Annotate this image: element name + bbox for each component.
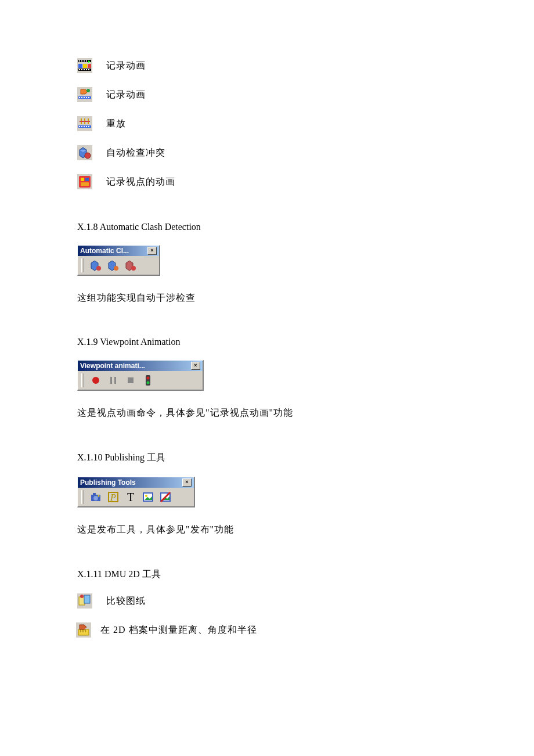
svg-rect-44 — [81, 182, 89, 186]
icon-label: 在 2D 档案中测量距离、角度和半径 — [100, 624, 257, 636]
svg-rect-5 — [86, 60, 87, 62]
svg-rect-15 — [88, 69, 89, 70]
svg-point-50 — [131, 266, 136, 271]
toolbar-automatic-clash: Automatic Cl... × — [77, 245, 160, 276]
svg-rect-29 — [84, 126, 85, 127]
replay-icon — [77, 116, 92, 131]
camera-button[interactable] — [89, 490, 103, 504]
icon-row: 记录动画 — [77, 58, 459, 73]
marker-p-button[interactable]: P — [106, 490, 120, 504]
measure-2d-icon — [76, 622, 91, 638]
svg-point-39 — [85, 153, 91, 159]
svg-point-57 — [147, 381, 150, 384]
toolbar-title-text: Publishing Tools — [80, 478, 136, 487]
toolbar-grip — [81, 490, 84, 504]
svg-rect-9 — [88, 64, 91, 68]
traffic-light-button[interactable] — [141, 373, 155, 387]
icon-label: 比较图纸 — [106, 595, 146, 607]
svg-point-48 — [114, 266, 118, 271]
svg-rect-30 — [86, 126, 87, 127]
svg-point-60 — [93, 496, 98, 501]
icon-row: 记录动画 — [77, 87, 459, 102]
toolbar-titlebar: Publishing Tools × — [78, 477, 194, 488]
auto-clash-icon — [77, 145, 92, 160]
icon-label: 重放 — [106, 118, 126, 130]
icon-row: 比较图纸 — [77, 593, 459, 609]
svg-rect-20 — [84, 97, 85, 98]
svg-rect-7 — [78, 64, 82, 68]
svg-rect-59 — [93, 493, 96, 495]
svg-rect-21 — [86, 97, 87, 98]
svg-rect-4 — [84, 60, 85, 62]
toolbar-title-text: Viewpoint animati... — [80, 362, 145, 370]
record-button[interactable] — [89, 373, 103, 387]
icon-label: 记录动画 — [106, 60, 146, 72]
clash-off-button[interactable] — [89, 258, 103, 272]
icon-label: 自动检查冲突 — [106, 147, 165, 159]
svg-rect-22 — [88, 97, 89, 98]
svg-rect-19 — [81, 97, 82, 98]
close-icon[interactable]: × — [191, 362, 200, 370]
svg-rect-2 — [79, 60, 80, 62]
icon-label: 记录动画 — [106, 89, 146, 101]
svg-rect-8 — [83, 64, 87, 68]
svg-point-24 — [86, 89, 90, 92]
record-anim-2-icon — [77, 87, 92, 102]
section-heading-viewpoint: X.1.9 Viewpoint Animation — [77, 337, 459, 347]
image-button[interactable] — [141, 490, 155, 504]
toolbar-viewpoint-anim: Viewpoint animati... × — [77, 360, 204, 391]
record-anim-1-icon — [77, 58, 92, 73]
svg-point-61 — [98, 495, 100, 497]
stop-button[interactable] — [124, 373, 138, 387]
svg-rect-3 — [81, 60, 82, 62]
icon-row: 自动检查冲突 — [77, 145, 459, 160]
svg-rect-52 — [110, 377, 112, 384]
svg-rect-13 — [84, 69, 85, 70]
text-t-button[interactable]: T — [124, 490, 138, 504]
svg-rect-31 — [88, 126, 89, 127]
icon-row: 记录视点的动画 — [77, 174, 459, 189]
icon-row: 在 2D 档案中测量距离、角度和半径 — [76, 622, 459, 638]
svg-rect-18 — [79, 97, 80, 98]
svg-rect-76 — [78, 629, 89, 635]
compare-drawing-icon — [77, 593, 92, 609]
section-body-publishing: 这是发布工具，具体参见"发布"功能 — [77, 524, 459, 536]
icon-row: 重放 — [77, 116, 459, 131]
toolbar-grip — [81, 373, 84, 387]
section-heading-dmu2d: X.1.11 DMU 2D 工具 — [77, 568, 459, 581]
svg-rect-11 — [79, 69, 80, 70]
clash-stop-button[interactable] — [124, 258, 138, 272]
section-heading-clash: X.1.8 Automatic Clash Detection — [77, 222, 459, 232]
svg-rect-12 — [81, 69, 82, 70]
image-delete-button[interactable] — [158, 490, 172, 504]
section-body-viewpoint: 这是视点动画命令，具体参见"记录视点动画"功能 — [77, 407, 459, 419]
icon-label: 记录视点的动画 — [106, 176, 175, 188]
toolbar-body — [78, 256, 159, 275]
toolbar-grip — [81, 258, 84, 272]
svg-rect-53 — [114, 377, 116, 384]
pause-button[interactable] — [106, 373, 120, 387]
svg-point-74 — [80, 595, 84, 598]
svg-rect-35 — [80, 121, 90, 122]
svg-point-46 — [96, 266, 101, 271]
toolbar-titlebar: Viewpoint animati... × — [78, 361, 203, 371]
toolbar-titlebar: Automatic Cl... × — [78, 246, 159, 256]
toolbar-body: P T — [78, 488, 194, 506]
close-icon[interactable]: × — [182, 478, 192, 487]
document-page: 记录动画 记录动画 重放 自动检查冲突 记录视点的动画 X.1.8 Automa… — [0, 0, 534, 686]
section-heading-publishing: X.1.10 Publishing 工具 — [77, 452, 459, 464]
close-icon[interactable]: × — [147, 247, 157, 255]
clash-on-button[interactable] — [106, 258, 120, 272]
svg-rect-73 — [84, 595, 90, 603]
svg-rect-14 — [86, 69, 87, 70]
svg-text:P: P — [110, 492, 116, 502]
record-viewpoint-icon — [77, 174, 92, 189]
toolbar-title-text: Automatic Cl... — [80, 247, 129, 255]
svg-rect-27 — [79, 126, 80, 127]
section-body-clash: 这组功能实现自动干涉检查 — [77, 292, 459, 304]
toolbar-body — [78, 371, 203, 390]
svg-point-51 — [92, 377, 99, 384]
svg-text:T: T — [127, 491, 134, 503]
svg-point-66 — [145, 495, 147, 497]
svg-rect-42 — [81, 178, 84, 181]
